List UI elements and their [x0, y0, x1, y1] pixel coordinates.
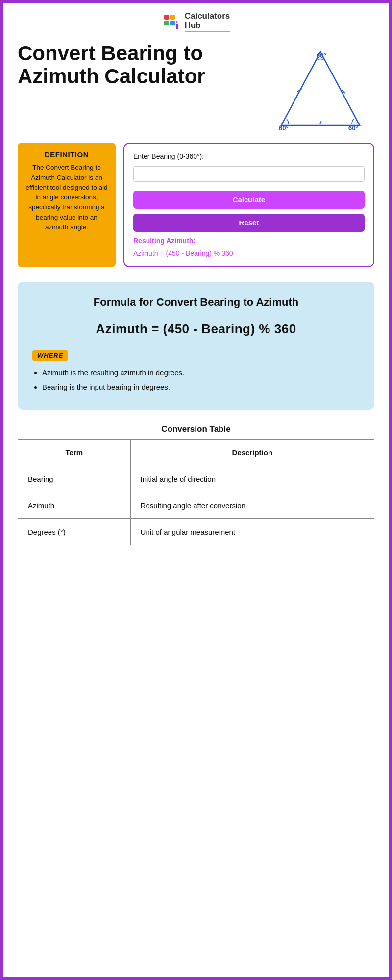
- svg-rect-1: [164, 15, 169, 20]
- main-content: Convert Bearing to Azimuth Calculator: [3, 37, 389, 570]
- logo-icon: [162, 13, 181, 31]
- where-badge: WHERE: [32, 350, 68, 361]
- formula-heading: Formula for Convert Bearing to Azimuth: [32, 295, 360, 310]
- triangle-diagram: 60° 60° 60°: [269, 45, 372, 133]
- desc-bearing: Initial angle of direction: [130, 466, 374, 492]
- desc-azimuth: Resulting angle after conversion: [130, 492, 374, 518]
- calculate-button[interactable]: Calculate: [133, 191, 365, 209]
- svg-text:60°: 60°: [348, 124, 358, 132]
- table-header-row: Term Description: [18, 439, 374, 466]
- table-row: Azimuth Resulting angle after conversion: [18, 492, 374, 518]
- svg-text:60°: 60°: [317, 52, 326, 59]
- column-header-description: Description: [130, 439, 374, 466]
- bearing-input[interactable]: [133, 166, 365, 182]
- result-label: Resulting Azimuth:: [133, 237, 365, 245]
- formula-bullet-azimuth: Azimuth is the resulting azimuth in degr…: [42, 368, 360, 378]
- triangle-area: 60° 60° 60°: [267, 42, 374, 133]
- logo-hub-text: Hub: [185, 21, 230, 30]
- formula-section: Formula for Convert Bearing to Azimuth A…: [18, 282, 374, 410]
- definition-text: The Convert Bearing to Azimuth Calculato…: [25, 163, 108, 232]
- conversion-table-title: Conversion Table: [18, 424, 374, 434]
- svg-rect-3: [164, 21, 169, 25]
- formula-bullet-bearing: Bearing is the input bearing in degrees.: [42, 382, 360, 392]
- logo-text: Calculators Hub: [185, 12, 230, 32]
- result-formula: Azimuth = (450 - Bearing) % 360: [133, 249, 365, 257]
- svg-text:60°: 60°: [279, 124, 289, 132]
- conversion-table-section: Conversion Table Term Description Bearin…: [18, 424, 374, 545]
- logo-calculators-text: Calculators: [185, 12, 230, 21]
- reset-button[interactable]: Reset: [133, 214, 365, 232]
- svg-rect-4: [170, 21, 175, 25]
- svg-rect-2: [170, 15, 175, 20]
- calc-input-label: Enter Bearing (0-360°):: [133, 152, 365, 160]
- logo-underline: [185, 31, 230, 32]
- table-row: Degrees (°) Unit of angular measurement: [18, 518, 374, 545]
- table-row: Bearing Initial angle of direction: [18, 466, 374, 492]
- calculator-box: Enter Bearing (0-360°): Calculate Reset …: [123, 143, 374, 267]
- svg-marker-7: [281, 52, 360, 125]
- svg-rect-6: [176, 21, 177, 23]
- logo-area: Calculators Hub: [3, 3, 389, 37]
- term-degrees: Degrees (°): [18, 518, 131, 545]
- formula-expression: Azimuth = (450 - Bearing) % 360: [32, 321, 360, 337]
- page-title: Convert Bearing to Azimuth Calculator: [18, 42, 262, 87]
- title-triangle-row: Convert Bearing to Azimuth Calculator: [18, 42, 374, 133]
- desc-degrees: Unit of angular measurement: [130, 518, 374, 545]
- term-azimuth: Azimuth: [18, 492, 131, 518]
- def-calc-row: DEFINITION The Convert Bearing to Azimut…: [18, 143, 374, 267]
- svg-rect-5: [176, 24, 178, 29]
- definition-box: DEFINITION The Convert Bearing to Azimut…: [18, 143, 116, 267]
- svg-line-10: [320, 121, 321, 124]
- term-bearing: Bearing: [18, 466, 131, 492]
- definition-title: DEFINITION: [25, 150, 108, 159]
- formula-bullets: Azimuth is the resulting azimuth in degr…: [32, 368, 360, 392]
- column-header-term: Term: [18, 439, 131, 466]
- conversion-table: Term Description Bearing Initial angle o…: [18, 439, 374, 545]
